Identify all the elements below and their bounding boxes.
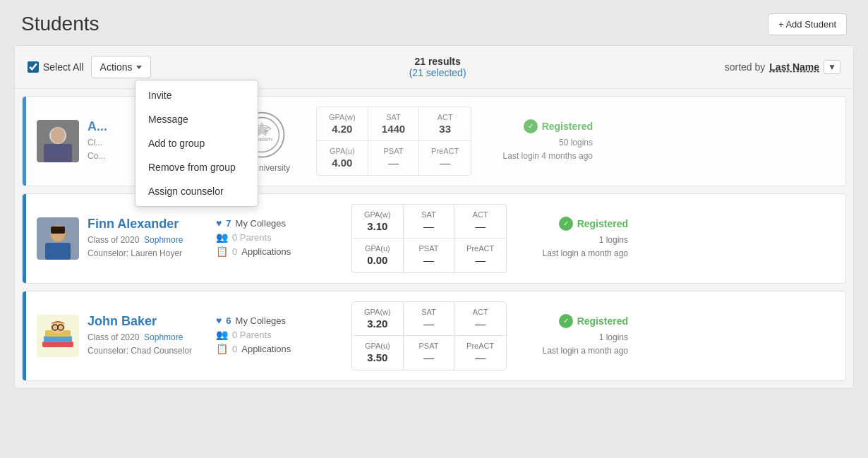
stat-preact: PreACT —	[419, 141, 471, 175]
caret-icon	[136, 66, 142, 69]
registered-text: Registered	[542, 121, 593, 132]
stats-grid: GPA(w) 4.20 SAT 1440 ACT 33 GPA(u) 4.00 …	[316, 107, 471, 176]
student-info: John Baker Class of 2020 Sophmore Counse…	[88, 314, 207, 358]
stat-sat: SAT —	[404, 205, 455, 239]
student-name[interactable]: John Baker	[88, 314, 207, 329]
svg-point-5	[51, 128, 65, 143]
login-info: 1 loginsLast login a month ago	[515, 331, 628, 358]
stat-gpau: GPA(u) 0.00	[352, 239, 404, 272]
parents-icon: 👥	[216, 231, 228, 243]
results-selected: (21 selected)	[409, 67, 466, 78]
svg-rect-17	[42, 342, 73, 347]
svg-rect-18	[44, 336, 72, 342]
status-badge: ✓ Registered	[480, 119, 593, 133]
colleges-item-applications: 📋 0 Applications	[216, 343, 343, 354]
my-colleges-label: My Colleges	[236, 218, 287, 229]
heart-icon: ♥	[216, 217, 222, 229]
colleges-count: 6	[226, 315, 231, 326]
status-badge: ✓ Registered	[515, 217, 628, 231]
colleges-item-parents: 👥 0 Parents	[216, 231, 343, 243]
status-cell: ✓ Registered 50 loginsLast login 4 month…	[480, 119, 593, 163]
actions-dropdown: Invite Message Add to group Remove from …	[135, 80, 258, 207]
sort-direction-button[interactable]: ▼	[824, 60, 840, 74]
select-all-wrapper: Select All	[28, 61, 84, 73]
stats-grid: GPA(w) 3.20 SAT — ACT — GPA(u) 3.50 PSAT	[351, 301, 507, 370]
stat-psat: PSAT —	[404, 336, 455, 370]
avatar	[37, 217, 79, 260]
stat-gpaw: GPA(w) 4.20	[317, 107, 368, 141]
colleges-count: 7	[226, 218, 231, 229]
heart-icon: ♥	[216, 315, 222, 326]
stat-gpaw: GPA(w) 3.20	[352, 302, 404, 336]
sort-value: Last Name	[769, 61, 819, 73]
parents-count: 0 Parents	[232, 232, 272, 243]
dropdown-item-remove-from-group[interactable]: Remove from group	[135, 155, 258, 179]
table-row: Finn Alexander Class of 2020 Sophmore Co…	[22, 193, 846, 284]
dropdown-item-message[interactable]: Message	[135, 107, 258, 131]
student-name[interactable]: Finn Alexander	[88, 217, 207, 231]
stat-sat: SAT 1440	[368, 107, 420, 141]
shield-icon: ✓	[559, 217, 573, 231]
main-container: Select All Actions Invite Message Add to…	[14, 45, 854, 389]
colleges-item-my-colleges: ♥ 7 My Colleges	[216, 217, 343, 229]
stat-psat: PSAT —	[404, 239, 455, 272]
stat-preact: PreACT —	[454, 336, 506, 370]
status-cell: ✓ Registered 1 loginsLast login a month …	[515, 314, 628, 358]
stat-preact: PreACT —	[454, 239, 506, 272]
page-header: Students + Add Student	[0, 0, 868, 45]
parents-icon: 👥	[216, 329, 228, 340]
avatar	[37, 120, 79, 162]
dropdown-item-invite[interactable]: Invite	[135, 83, 258, 107]
colleges-item-parents: 👥 0 Parents	[216, 329, 343, 340]
stat-psat: PSAT —	[368, 141, 420, 175]
login-info: 1 loginsLast login a month ago	[515, 234, 628, 260]
avatar	[37, 315, 79, 357]
stat-act: ACT —	[454, 302, 506, 336]
status-badge: ✓ Registered	[515, 314, 628, 328]
stat-gpaw: GPA(w) 3.10	[352, 205, 404, 239]
stat-gpau: GPA(u) 4.00	[317, 141, 368, 175]
student-info: Finn Alexander Class of 2020 Sophmore Co…	[88, 217, 207, 260]
avatar-image	[37, 217, 79, 260]
sort-label: sorted by	[725, 61, 766, 73]
parents-count: 0 Parents	[232, 330, 272, 340]
page-title: Students	[21, 13, 100, 35]
svg-rect-15	[51, 227, 65, 234]
student-colleges: ♥ 6 My Colleges 👥 0 Parents 📋 0 Applicat…	[216, 315, 343, 357]
apps-icon: 📋	[216, 246, 228, 257]
results-info: 21 results (21 selected)	[151, 56, 725, 78]
student-meta: Class of 2020 Sophmore Counselor: Chad C…	[88, 331, 207, 358]
status-cell: ✓ Registered 1 loginsLast login a month …	[515, 217, 628, 260]
dropdown-item-add-to-group[interactable]: Add to group	[135, 131, 258, 155]
stat-act: ACT —	[454, 205, 506, 239]
actions-label: Actions	[100, 61, 133, 73]
my-colleges-label: My Colleges	[236, 315, 287, 326]
login-info: 50 loginsLast login 4 months ago	[480, 136, 593, 163]
avatar-image	[37, 315, 79, 357]
selected-bar	[23, 97, 26, 186]
apps-count: 0	[232, 344, 237, 354]
select-all-checkbox[interactable]	[28, 61, 39, 73]
selected-bar	[23, 291, 26, 380]
registered-text: Registered	[577, 315, 628, 327]
results-count: 21 results	[414, 56, 460, 67]
svg-rect-4	[44, 144, 72, 162]
student-meta: Class of 2020 Sophmore Counselor: Lauren…	[88, 234, 207, 260]
stat-sat: SAT —	[404, 302, 455, 336]
sort-control: sorted by Last Name ▼	[725, 60, 840, 74]
apps-icon: 📋	[216, 343, 228, 354]
table-row: John Baker Class of 2020 Sophmore Counse…	[22, 291, 846, 381]
add-student-button[interactable]: + Add Student	[768, 13, 847, 35]
stat-act: ACT 33	[419, 107, 471, 141]
stats-grid: GPA(w) 3.10 SAT — ACT — GPA(u) 0.00 PSAT	[351, 204, 507, 273]
applications-label: Applications	[241, 246, 291, 257]
select-all-label: Select All	[43, 61, 84, 73]
actions-button[interactable]: Actions	[91, 56, 151, 78]
dropdown-item-assign-counselor[interactable]: Assign counselor	[135, 179, 258, 203]
registered-text: Registered	[577, 218, 628, 229]
selected-bar	[23, 194, 26, 283]
student-colleges: ♥ 7 My Colleges 👥 0 Parents 📋 0 Applicat…	[216, 217, 343, 260]
stat-gpau: GPA(u) 3.50	[352, 336, 404, 370]
svg-rect-13	[45, 243, 71, 260]
applications-label: Applications	[241, 344, 291, 354]
